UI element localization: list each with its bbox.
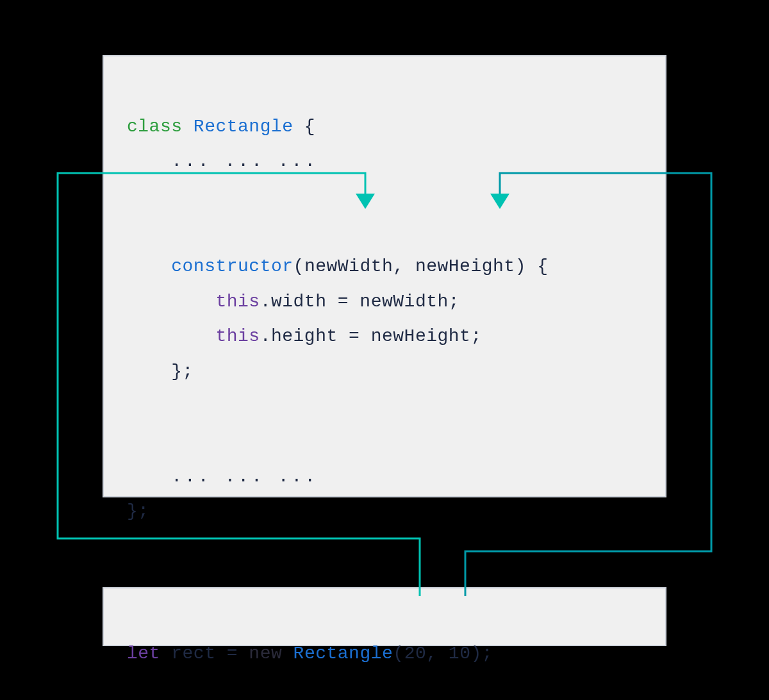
constructor-close: }; bbox=[171, 362, 194, 381]
space bbox=[282, 644, 293, 663]
param-close-brace: ) { bbox=[515, 256, 549, 276]
keyword-constructor: constructor bbox=[171, 256, 293, 276]
class-close: }; bbox=[127, 501, 149, 521]
assign-height: .height = newHeight; bbox=[260, 326, 482, 346]
usage-code: let rect = new Rectangle(20, 10); bbox=[103, 587, 666, 646]
arg-10: 10 bbox=[449, 644, 471, 663]
ellipsis-bottom: ... ... ... bbox=[171, 467, 318, 487]
param-open: ( bbox=[294, 256, 304, 276]
diagram-stage: class Rectangle { ... ... ... constructo… bbox=[0, 0, 769, 700]
usage-type-name: Rectangle bbox=[294, 644, 393, 663]
assign-width: .width = newWidth; bbox=[260, 292, 459, 312]
arg-sep: , bbox=[426, 644, 449, 663]
ellipsis-top: ... ... ... bbox=[171, 151, 318, 171]
keyword-new: new bbox=[249, 644, 282, 663]
keyword-this-1: this bbox=[215, 292, 260, 312]
call-open: ( bbox=[393, 644, 404, 663]
keyword-class: class bbox=[127, 117, 183, 137]
param-newHeight: newHeight bbox=[415, 256, 515, 276]
keyword-this-2: this bbox=[215, 326, 260, 346]
var-decl-rect: rect = bbox=[160, 644, 249, 663]
arg-20: 20 bbox=[404, 644, 427, 663]
open-brace: { bbox=[294, 117, 316, 137]
class-name: Rectangle bbox=[194, 117, 294, 137]
param-newWidth: newWidth bbox=[304, 256, 393, 276]
class-definition-code: class Rectangle { ... ... ... constructo… bbox=[103, 55, 666, 497]
param-sep: , bbox=[393, 256, 415, 276]
call-close: ); bbox=[470, 644, 493, 663]
keyword-let: let bbox=[127, 644, 160, 663]
